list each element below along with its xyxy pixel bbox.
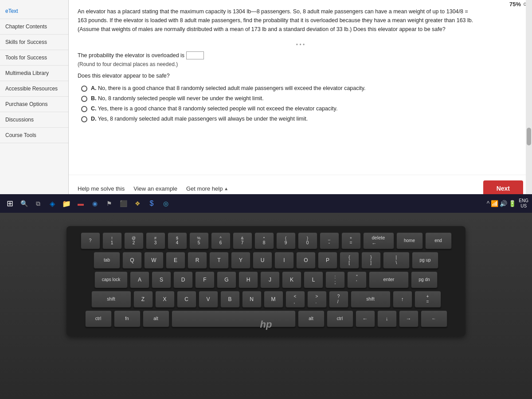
key-2-at[interactable]: @2 (124, 232, 144, 249)
key-downarrow[interactable]: ↓ (377, 310, 397, 327)
key-i[interactable]: I (274, 252, 294, 269)
app-icon-7[interactable]: ◎ (160, 197, 172, 210)
key-backslash[interactable]: |\ (383, 252, 410, 269)
key-semicolon[interactable]: :; (325, 271, 345, 288)
key-backspace-bottom[interactable]: ← (421, 310, 447, 327)
sidebar-item-tools[interactable]: Tools for Success (0, 50, 68, 66)
key-tab[interactable]: tab (94, 252, 120, 269)
key-h[interactable]: H (239, 271, 258, 288)
option-b[interactable]: B. No, 8 randomly selected people will n… (81, 95, 523, 102)
app-icon-4[interactable]: ⬛ (117, 197, 129, 210)
key-backspace[interactable]: delete← (363, 232, 394, 249)
key-question[interactable]: ? (81, 232, 100, 249)
key-d[interactable]: D (173, 271, 193, 288)
radio-d[interactable] (81, 116, 87, 122)
key-capslock[interactable]: caps lock (94, 271, 128, 288)
scrollbar-thumb[interactable] (527, 128, 531, 145)
sidebar-item-purchase[interactable]: Purchase Options (0, 97, 68, 112)
key-o[interactable]: O (296, 252, 316, 269)
key-end[interactable]: end (425, 232, 452, 249)
key-q[interactable]: Q (122, 252, 142, 269)
key-7-amp[interactable]: &7 (233, 232, 252, 249)
key-slash[interactable]: ?/ (329, 291, 348, 308)
key-pgdn[interactable]: pg dn (411, 271, 438, 288)
key-lbracket[interactable]: {[ (340, 252, 359, 269)
radio-c[interactable] (81, 106, 87, 112)
search-taskbar-icon[interactable]: 🔍 (18, 197, 30, 210)
radio-a[interactable] (81, 86, 87, 92)
key-s[interactable]: S (152, 271, 171, 288)
key-quote[interactable]: "' (347, 271, 367, 288)
key-enter[interactable]: enter (369, 271, 409, 288)
key-minus[interactable]: _- (320, 232, 339, 249)
app-icon-2[interactable]: ◉ (89, 197, 101, 210)
taskview-icon[interactable]: ⧉ (32, 197, 44, 210)
windows-start-icon[interactable]: ⊞ (4, 197, 16, 210)
app-icon-3[interactable]: ⚑ (103, 197, 115, 210)
key-5-percent[interactable]: %5 (189, 232, 209, 249)
scrollbar-track[interactable] (526, 0, 532, 213)
key-rbracket[interactable]: }] (361, 252, 381, 269)
sidebar-item-skills[interactable]: Skills for Success (0, 35, 68, 50)
option-a[interactable]: A. No, there is a good chance that 8 ran… (81, 85, 523, 92)
key-uparrow[interactable]: ↑ (393, 291, 412, 308)
help-me-solve-link[interactable]: Help me solve this (78, 185, 125, 192)
sidebar-item-chapter-contents[interactable]: Chapter Contents (0, 19, 68, 35)
key-equals[interactable]: += (341, 232, 361, 249)
key-rightarrow[interactable]: → (399, 310, 419, 327)
key-a[interactable]: A (130, 271, 149, 288)
key-6-caret[interactable]: ^6 (211, 232, 231, 249)
key-v[interactable]: V (199, 291, 218, 308)
key-numpad-plus[interactable]: += (415, 291, 441, 308)
key-w[interactable]: W (144, 252, 164, 269)
key-e[interactable]: E (166, 252, 185, 269)
edge-icon[interactable]: ◈ (46, 197, 59, 210)
key-0-rparen[interactable]: )0 (298, 232, 317, 249)
key-ctrl-right[interactable]: ctrl (327, 310, 353, 327)
key-fn[interactable]: fn (114, 310, 141, 327)
sidebar-item-multimedia[interactable]: Multimedia Library (0, 66, 68, 81)
option-c[interactable]: C. Yes, there is a good chance that 8 ra… (81, 106, 523, 112)
key-f[interactable]: F (195, 271, 215, 288)
sidebar-item-course-tools[interactable]: Course Tools (0, 128, 68, 143)
key-b[interactable]: B (220, 291, 240, 308)
key-ctrl-left[interactable]: ctrl (85, 310, 112, 327)
key-8-star[interactable]: *8 (254, 232, 274, 249)
key-leftarrow[interactable]: ← (356, 310, 375, 327)
key-4-dollar[interactable]: $4 (168, 232, 187, 249)
key-l[interactable]: L (304, 271, 323, 288)
sidebar-item-discussions[interactable]: Discussions (0, 112, 68, 128)
key-lshift[interactable]: shift (91, 291, 131, 308)
tray-chevron[interactable]: ^ (487, 200, 490, 207)
key-pgup[interactable]: pg up (412, 252, 438, 269)
key-9-lparen[interactable]: (9 (276, 232, 296, 249)
app-icon-1[interactable]: ▬ (74, 197, 87, 210)
key-1-exclaim[interactable]: !1 (102, 232, 122, 249)
key-home[interactable]: home (396, 232, 423, 249)
key-n[interactable]: N (242, 291, 262, 308)
key-rshift[interactable]: shift (351, 291, 391, 308)
key-j[interactable]: J (260, 271, 280, 288)
key-k[interactable]: K (282, 271, 301, 288)
key-g[interactable]: G (217, 271, 236, 288)
view-example-link[interactable]: View an example (133, 185, 177, 192)
key-u[interactable]: U (253, 252, 272, 269)
key-period[interactable]: >. (307, 291, 327, 308)
file-explorer-icon[interactable]: 📁 (60, 197, 73, 210)
app-icon-6[interactable]: $ (145, 197, 158, 210)
key-m[interactable]: M (264, 291, 283, 308)
key-z[interactable]: Z (133, 291, 153, 308)
option-d[interactable]: D. Yes, 8 randomly selected adult male p… (81, 116, 523, 122)
sidebar-item-accessible[interactable]: Accessible Resources (0, 81, 68, 97)
key-alt-left[interactable]: alt (143, 310, 169, 327)
key-3-hash[interactable]: #3 (146, 232, 165, 249)
probability-input[interactable] (186, 51, 204, 59)
key-p[interactable]: P (318, 252, 337, 269)
key-r[interactable]: R (188, 252, 207, 269)
key-comma[interactable]: <, (286, 291, 305, 308)
key-x[interactable]: X (155, 291, 175, 308)
app-icon-5[interactable]: ❖ (131, 197, 144, 210)
get-more-help-link[interactable]: Get more help (186, 185, 223, 192)
radio-b[interactable] (81, 96, 87, 102)
key-t[interactable]: T (209, 252, 229, 269)
